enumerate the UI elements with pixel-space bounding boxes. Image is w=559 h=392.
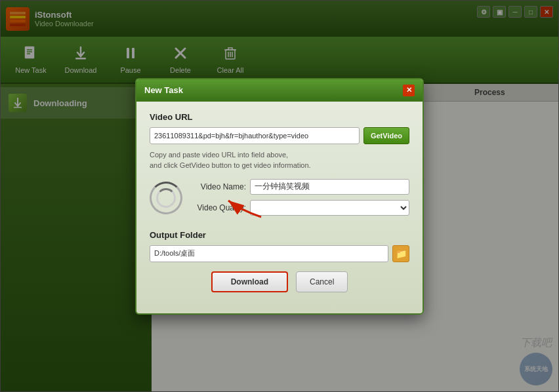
modal-overlay: New Task ✕ Video URL GetVideo Copy and p… <box>0 0 559 392</box>
hint-text: Copy and paste video URL into field abov… <box>150 149 409 171</box>
spinner-inner <box>156 188 176 208</box>
new-task-dialog: New Task ✕ Video URL GetVideo Copy and p… <box>135 78 424 315</box>
url-row: GetVideo <box>150 127 409 144</box>
dialog-cancel-button[interactable]: Cancel <box>296 271 348 292</box>
dialog-download-button[interactable]: Download <box>211 271 288 292</box>
dialog-body: Video URL GetVideo Copy and paste video … <box>136 102 423 313</box>
video-url-label: Video URL <box>150 112 409 122</box>
dialog-title: New Task <box>144 85 183 95</box>
output-folder-input[interactable] <box>150 245 388 262</box>
video-name-label: Video Name: <box>190 182 246 191</box>
arrow-indicator <box>209 191 274 224</box>
get-video-button[interactable]: GetVideo <box>363 127 409 144</box>
output-row: 📁 <box>150 245 409 262</box>
output-section: Output Folder 📁 <box>150 230 409 262</box>
browse-folder-button[interactable]: 📁 <box>392 245 409 262</box>
dialog-footer: Download Cancel <box>150 271 409 303</box>
dialog-close-button[interactable]: ✕ <box>403 85 415 96</box>
loading-spinner <box>150 182 182 214</box>
url-input[interactable] <box>150 127 360 144</box>
output-folder-label: Output Folder <box>150 230 409 240</box>
dialog-titlebar: New Task ✕ <box>136 79 423 102</box>
